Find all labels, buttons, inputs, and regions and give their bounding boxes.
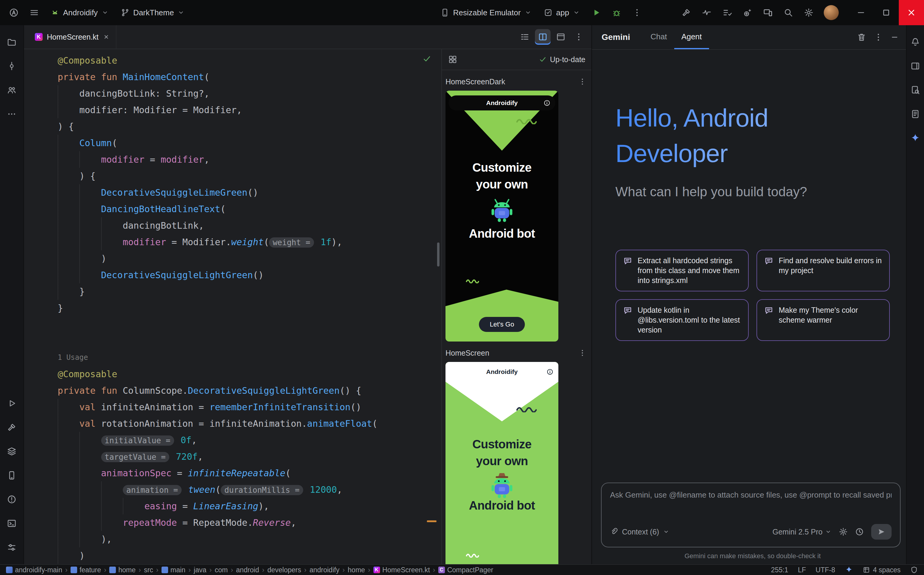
notifications-bell-icon[interactable] xyxy=(907,33,924,51)
code-line[interactable]: dancingBotLink, xyxy=(58,217,441,234)
line-ending[interactable]: LF xyxy=(798,566,806,574)
project-folder-icon[interactable] xyxy=(3,33,20,51)
code-line[interactable]: modifier = Modifier.weight(weight = 1f), xyxy=(58,234,441,250)
commit-icon[interactable] xyxy=(3,58,20,75)
indent-setting[interactable]: 4 spaces xyxy=(863,566,900,574)
code-line[interactable]: 1 Usage xyxy=(58,349,441,366)
breadcrumb-item[interactable]: androidify-main xyxy=(6,566,62,574)
editor-more-icon[interactable] xyxy=(571,29,587,45)
code-line[interactable]: DancingBotHeadlineText( xyxy=(58,201,441,217)
gemini-star-icon[interactable] xyxy=(907,130,924,146)
code-line[interactable]: val infiniteAnimation = rememberInfinite… xyxy=(58,399,441,415)
code-line[interactable]: DecorativeSquiggleLightGreen() xyxy=(58,267,441,283)
gemini-more-icon[interactable] xyxy=(873,32,883,42)
code-line[interactable]: modifier: Modifier = Modifier, xyxy=(58,102,441,118)
inspections-ok-icon[interactable] xyxy=(422,54,432,64)
problems-icon[interactable] xyxy=(3,491,20,508)
code-line[interactable]: val rotationAnimation = infiniteAnimatio… xyxy=(58,415,441,432)
running-devices-icon[interactable] xyxy=(3,467,20,484)
shield-icon[interactable] xyxy=(910,566,918,574)
code-line[interactable]: ) { xyxy=(58,168,441,184)
code-view-icon[interactable] xyxy=(517,29,533,45)
breadcrumb-item[interactable]: home xyxy=(348,566,365,574)
code-line[interactable]: targetValue = 720f, xyxy=(58,448,441,465)
run-play-icon[interactable] xyxy=(587,3,605,22)
main-menu-icon[interactable] xyxy=(25,3,43,22)
project-selector[interactable]: Androidify xyxy=(46,6,113,20)
code-line[interactable]: Column( xyxy=(58,135,441,151)
window-close-button[interactable] xyxy=(899,0,924,25)
more-tools-icon[interactable] xyxy=(3,106,20,122)
file-encoding[interactable]: UTF-8 xyxy=(816,566,835,574)
editor-scrollbar[interactable] xyxy=(437,243,439,267)
preview-homescreen[interactable]: Androidify Customize your own xyxy=(445,362,558,564)
user-avatar[interactable] xyxy=(824,5,839,20)
device-selector[interactable]: Resizable Emulator xyxy=(436,6,536,20)
breadcrumb-item[interactable]: HomeScreen.kt xyxy=(374,566,430,574)
todo-tasks-icon[interactable] xyxy=(718,3,736,22)
preview-more-icon[interactable] xyxy=(578,78,587,86)
code-line[interactable]: } xyxy=(58,300,441,316)
profiler-icon[interactable] xyxy=(698,3,716,22)
close-tab-icon[interactable] xyxy=(103,33,110,41)
terminal-icon[interactable] xyxy=(3,515,20,532)
vcs-tool-icon[interactable] xyxy=(3,539,20,556)
code-line[interactable]: DecorativeSquiggleLimeGreen() xyxy=(58,184,441,201)
breadcrumb-item[interactable]: main xyxy=(162,566,186,574)
code-editor[interactable]: @Composableprivate fun MainHomeContent( … xyxy=(24,49,441,564)
caret-position[interactable]: 255:1 xyxy=(771,566,788,574)
run-configuration-selector[interactable]: app xyxy=(539,6,585,20)
hide-panel-icon[interactable] xyxy=(891,33,899,41)
search-icon[interactable] xyxy=(779,3,797,22)
suggestion-card[interactable]: Make my Theme's color scheme warmer xyxy=(757,299,890,341)
prompt-settings-icon[interactable] xyxy=(839,527,848,536)
suggestion-card[interactable]: Find and resolve build errors in my proj… xyxy=(757,250,890,291)
build-icon[interactable] xyxy=(677,3,695,22)
debug-bug-icon[interactable] xyxy=(608,3,626,22)
design-view-icon[interactable] xyxy=(553,29,569,45)
gemini-tab-chat[interactable]: Chat xyxy=(643,25,674,49)
code-line[interactable]: animation = tween(durationMillis = 12000… xyxy=(58,481,441,498)
breadcrumb-item[interactable]: src xyxy=(144,566,153,574)
clear-chat-icon[interactable] xyxy=(857,32,866,42)
run-tool-icon[interactable] xyxy=(3,395,20,412)
code-line[interactable]: repeatMode = RepeatMode.Reverse, xyxy=(58,515,441,531)
send-button[interactable] xyxy=(871,524,892,540)
code-line[interactable]: private fun MainHomeContent( xyxy=(58,69,441,85)
code-line[interactable]: dancingBotLink: String?, xyxy=(58,85,441,102)
code-line[interactable]: ) xyxy=(58,250,441,267)
breadcrumb-item[interactable]: android xyxy=(236,566,259,574)
more-actions-icon[interactable] xyxy=(628,3,646,22)
breadcrumb-item[interactable]: feature xyxy=(70,566,101,574)
code-line[interactable]: modifier = modifier, xyxy=(58,151,441,168)
preview-gallery-icon[interactable] xyxy=(448,55,458,64)
layout-inspector-icon[interactable] xyxy=(907,58,924,75)
gemini-tab-agent[interactable]: Agent xyxy=(674,25,709,49)
split-view-icon[interactable] xyxy=(535,29,550,45)
ai-assist-icon[interactable] xyxy=(738,3,757,22)
suggestion-card[interactable]: Extract all hardcoded strings from this … xyxy=(615,250,749,291)
preview-more-icon[interactable] xyxy=(578,349,587,357)
breadcrumb-item[interactable]: androidify xyxy=(310,566,340,574)
code-line[interactable] xyxy=(58,316,441,333)
breadcrumb-item[interactable]: com xyxy=(215,566,227,574)
preview-homescreendark[interactable]: Androidify Customize your own xyxy=(445,91,558,342)
code-line[interactable]: private fun ColumnScope.DecorativeSquigg… xyxy=(58,382,441,399)
code-line[interactable]: @Composable xyxy=(58,366,441,382)
model-selector[interactable]: Gemini 2.5 Pro xyxy=(772,527,832,536)
breadcrumb-item[interactable]: home xyxy=(109,566,136,574)
build-tool-icon[interactable] xyxy=(3,419,20,436)
history-clock-icon[interactable] xyxy=(855,527,864,536)
app-insights-icon[interactable] xyxy=(907,106,924,122)
device-mirroring-icon[interactable] xyxy=(759,3,777,22)
editor-tab-homescreen[interactable]: HomeScreen.kt xyxy=(29,25,116,49)
code-line[interactable]: easing = LinearEasing), xyxy=(58,498,441,515)
code-line[interactable] xyxy=(58,333,441,349)
window-minimize-button[interactable] xyxy=(848,0,873,25)
breadcrumb-item[interactable]: developers xyxy=(267,566,301,574)
build-variants-icon[interactable] xyxy=(3,443,20,460)
breadcrumb-item[interactable]: CompactPager xyxy=(438,566,493,574)
ai-spark-icon[interactable] xyxy=(845,566,853,574)
suggestion-card[interactable]: Update kotlin in @libs.version.toml to t… xyxy=(615,299,749,341)
code-line[interactable]: } xyxy=(58,283,441,300)
